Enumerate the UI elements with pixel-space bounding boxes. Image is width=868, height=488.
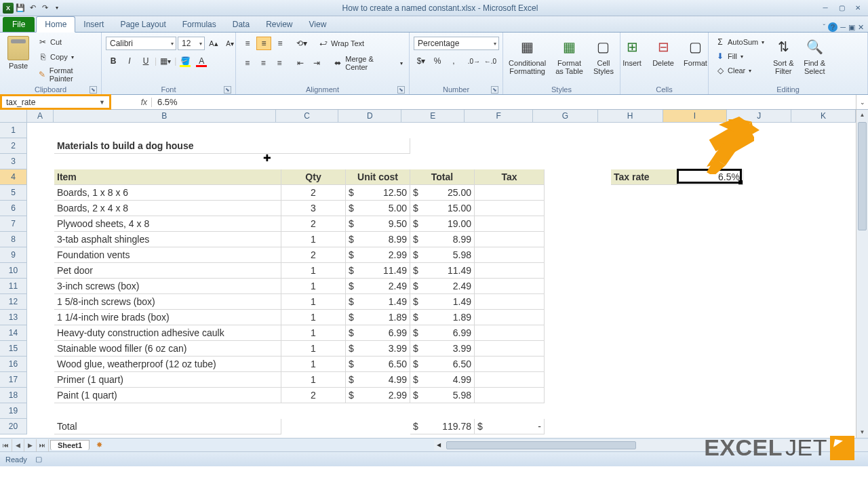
- font-color-icon[interactable]: A: [194, 54, 209, 68]
- column-header[interactable]: K: [791, 110, 856, 123]
- scroll-thumb[interactable]: [858, 122, 867, 230]
- bold-button[interactable]: B: [106, 54, 121, 68]
- cell[interactable]: $9.50: [346, 216, 410, 232]
- minimize-ribbon-icon[interactable]: ˇ: [823, 23, 826, 31]
- cell[interactable]: [475, 294, 545, 310]
- row-header[interactable]: 18: [0, 388, 27, 403]
- cell[interactable]: $2.99: [346, 247, 410, 263]
- cell[interactable]: Stainable wood filler (6 oz can): [54, 341, 281, 357]
- cell[interactable]: 1: [281, 357, 346, 372]
- row-header[interactable]: 17: [0, 372, 27, 388]
- comma-format-icon[interactable]: ,: [446, 54, 461, 68]
- prev-sheet-icon[interactable]: ◀: [12, 439, 24, 451]
- cell[interactable]: Tax: [475, 169, 545, 185]
- borders-icon[interactable]: ▦▾: [158, 54, 173, 68]
- cell[interactable]: 1: [281, 294, 346, 310]
- tab-data[interactable]: Data: [224, 17, 258, 32]
- cell[interactable]: $19.00: [410, 216, 475, 232]
- cell[interactable]: Total: [410, 169, 475, 185]
- cell[interactable]: Unit cost: [346, 169, 410, 185]
- align-center-icon[interactable]: ≡: [256, 56, 271, 70]
- cell[interactable]: Item: [54, 169, 281, 185]
- cell[interactable]: $12.50: [346, 185, 410, 201]
- cell[interactable]: $5.98: [410, 388, 475, 403]
- cell[interactable]: $4.99: [410, 372, 475, 388]
- shrink-font-icon[interactable]: A▾: [222, 37, 237, 50]
- select-all-button[interactable]: [0, 110, 27, 123]
- formula-input[interactable]: 6.5%: [152, 97, 856, 107]
- cell[interactable]: [475, 372, 545, 388]
- align-middle-icon[interactable]: ≡: [256, 37, 271, 50]
- qat-customize-icon[interactable]: ▾: [52, 3, 62, 14]
- sheet-tab[interactable]: Sheet1: [50, 440, 90, 450]
- row-header[interactable]: 20: [0, 419, 27, 434]
- vertical-scrollbar[interactable]: ▲ ▼: [856, 110, 868, 438]
- cell[interactable]: 3-inch screws (box): [54, 279, 281, 294]
- scroll-left-icon[interactable]: ◀: [434, 442, 443, 448]
- scroll-down-icon[interactable]: ▼: [856, 427, 868, 438]
- column-header[interactable]: F: [465, 110, 533, 123]
- merge-center-button[interactable]: ⬌Merge & Center▾: [331, 54, 405, 72]
- percent-format-icon[interactable]: %: [430, 54, 445, 68]
- cell[interactable]: $2.49: [346, 279, 410, 294]
- tab-home[interactable]: Home: [36, 16, 75, 33]
- row-header[interactable]: 13: [0, 310, 27, 325]
- row-header[interactable]: 6: [0, 201, 27, 216]
- fx-icon[interactable]: fx: [111, 98, 152, 107]
- clear-button[interactable]: ◇Clear▾: [713, 64, 766, 77]
- cell[interactable]: 2: [281, 185, 346, 201]
- cell[interactable]: $1.49: [346, 294, 410, 310]
- cell[interactable]: $2.49: [410, 279, 475, 294]
- row-header[interactable]: 11: [0, 279, 27, 294]
- accounting-format-icon[interactable]: $▾: [414, 54, 429, 68]
- copy-button[interactable]: ⎘Copy▾: [35, 51, 97, 63]
- row-header[interactable]: 5: [0, 185, 27, 201]
- expand-formula-bar-icon[interactable]: ⌄: [856, 95, 868, 109]
- cell[interactable]: Materials to build a dog house: [54, 138, 410, 154]
- cell[interactable]: 1: [281, 232, 346, 247]
- macro-record-icon[interactable]: ▢: [35, 455, 42, 464]
- cell[interactable]: [475, 310, 545, 325]
- tab-insert[interactable]: Insert: [75, 17, 112, 32]
- cell[interactable]: Heavy-duty construction adhesive caulk: [54, 325, 281, 341]
- row-header[interactable]: 14: [0, 325, 27, 341]
- format-painter-button[interactable]: ✎Format Painter: [35, 66, 97, 83]
- cell[interactable]: $6.50: [346, 357, 410, 372]
- number-launcher-icon[interactable]: ⬊: [491, 86, 498, 94]
- cell[interactable]: [475, 247, 545, 263]
- insert-sheet-icon[interactable]: ✸: [92, 441, 106, 449]
- align-top-icon[interactable]: ≡: [240, 37, 255, 50]
- cell[interactable]: 1: [281, 372, 346, 388]
- cell[interactable]: $119.78: [410, 419, 475, 434]
- cell[interactable]: Paint (1 quart): [54, 388, 281, 403]
- decrease-decimal-icon[interactable]: ←.0: [483, 54, 498, 68]
- window-minimize-icon[interactable]: ─: [840, 23, 846, 31]
- cell[interactable]: $4.99: [346, 372, 410, 388]
- delete-cells-button[interactable]: ⊟Delete: [649, 35, 677, 68]
- cell[interactable]: $11.49: [410, 263, 475, 279]
- cell[interactable]: $15.00: [410, 201, 475, 216]
- minimize-icon[interactable]: ─: [818, 3, 833, 14]
- cell[interactable]: $5.00: [346, 201, 410, 216]
- cell[interactable]: $8.99: [410, 232, 475, 247]
- cell[interactable]: $6.99: [410, 325, 475, 341]
- cell[interactable]: $3.99: [410, 341, 475, 357]
- insert-cells-button[interactable]: ⊞Insert: [618, 35, 646, 68]
- next-sheet-icon[interactable]: ▶: [24, 439, 37, 451]
- window-restore-icon[interactable]: ▣: [848, 23, 855, 32]
- cell[interactable]: Primer (1 quart): [54, 372, 281, 388]
- wrap-text-button[interactable]: ⮐Wrap Text: [316, 37, 366, 49]
- sort-filter-button[interactable]: ⇅Sort & Filter: [769, 35, 797, 77]
- paste-button[interactable]: Paste: [4, 35, 33, 71]
- font-launcher-icon[interactable]: ⬊: [224, 86, 231, 94]
- first-sheet-icon[interactable]: ⏮: [0, 439, 12, 451]
- cell[interactable]: Wood glue, weatherproof (12 oz tube): [54, 357, 281, 372]
- cell[interactable]: $1.89: [346, 310, 410, 325]
- cell[interactable]: [475, 232, 545, 247]
- cell[interactable]: $6.50: [410, 357, 475, 372]
- column-header[interactable]: C: [276, 110, 339, 123]
- cell[interactable]: 1: [281, 325, 346, 341]
- cell[interactable]: 1: [281, 341, 346, 357]
- undo-icon[interactable]: ↶: [27, 3, 38, 14]
- cell[interactable]: 1: [281, 310, 346, 325]
